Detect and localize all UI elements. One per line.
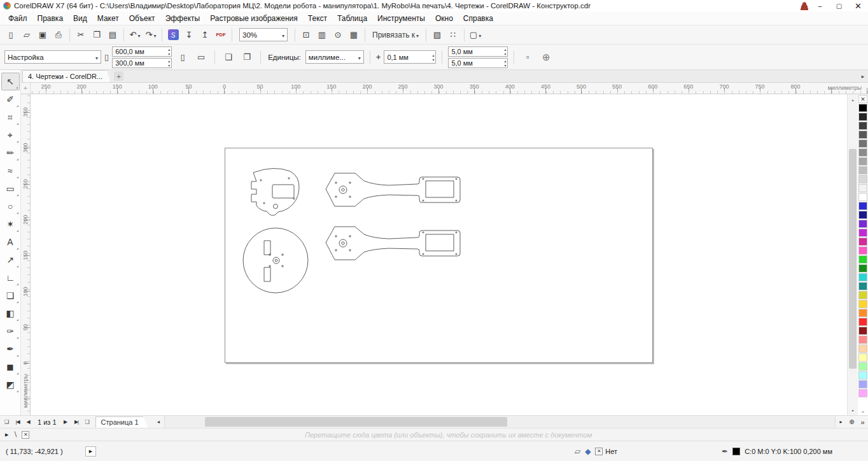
current-page-button[interactable] — [239, 50, 255, 64]
spinner[interactable] — [432, 53, 434, 62]
palette-swatch[interactable] — [858, 139, 867, 148]
maximize-button[interactable] — [831, 1, 847, 11]
palette-swatch[interactable] — [858, 362, 867, 371]
page-height-field[interactable]: 300,0 мм — [112, 58, 172, 68]
duplicate-x-field[interactable]: 5,0 мм — [448, 46, 508, 57]
scroll-down-button[interactable] — [848, 405, 858, 415]
toolbar-paste-button[interactable]: ▤ — [105, 27, 120, 42]
no-color-swatch[interactable]: ✕ — [858, 95, 867, 103]
text-tool[interactable]: А — [1, 233, 20, 251]
rectangle-tool[interactable]: ▭ — [1, 180, 20, 197]
scroll-up-button[interactable] — [848, 94, 858, 104]
fill-indicator[interactable]: Нет — [595, 448, 617, 455]
horizontal-scrollbar[interactable] — [153, 416, 846, 428]
fill-bucket-icon[interactable] — [585, 447, 591, 456]
toolbar-redo-button[interactable]: ↷ — [143, 27, 158, 42]
palette-swatch[interactable] — [858, 255, 867, 264]
palette-swatch[interactable] — [858, 229, 867, 237]
h-scroll-track[interactable] — [164, 416, 836, 428]
toolbar-print-button[interactable]: ⎙ — [51, 27, 66, 42]
user-account-icon[interactable] — [800, 2, 809, 10]
interactive-fill-tool[interactable]: ◩ — [1, 376, 20, 394]
vertical-scrollbar[interactable] — [847, 94, 858, 415]
toolbar-options-button[interactable]: ▧ — [430, 27, 445, 42]
palette-swatch[interactable] — [858, 273, 867, 281]
minimize-button[interactable] — [812, 1, 828, 11]
palette-swatch[interactable] — [858, 220, 867, 228]
ellipse-tool[interactable]: ○ — [1, 197, 20, 215]
shape-tool[interactable]: ✐ — [1, 90, 20, 108]
page-tab[interactable]: Страница 1 — [95, 416, 148, 428]
page-width-field[interactable]: 600,0 мм — [112, 46, 172, 57]
menu-item-Вид[interactable]: Вид — [68, 12, 92, 25]
v-scroll-track[interactable] — [849, 104, 857, 405]
palette-swatch[interactable] — [858, 104, 867, 112]
artistic-media-tool[interactable]: ≈ — [1, 162, 20, 180]
all-pages-button[interactable] — [221, 50, 236, 64]
palette-scroll-down-button[interactable] — [858, 406, 868, 415]
add-page-button[interactable] — [82, 416, 93, 428]
palette-swatch[interactable] — [858, 371, 867, 379]
nudge-offset-field[interactable]: 0,1 мм — [384, 50, 436, 64]
zoom-tool[interactable]: ⌖ — [1, 126, 20, 144]
toolbar-full-screen-preview-button[interactable]: ⊡ — [298, 27, 314, 42]
scroll-left-button[interactable] — [153, 416, 164, 428]
palette-swatch[interactable] — [858, 131, 867, 139]
scroll-right-button[interactable] — [836, 416, 846, 428]
page[interactable] — [225, 148, 653, 363]
palette-swatch[interactable] — [858, 157, 867, 166]
prev-page-button[interactable] — [23, 416, 34, 428]
menu-item-Инструменты[interactable]: Инструменты — [372, 12, 430, 25]
units-combo[interactable]: миллиме... — [305, 50, 364, 64]
drawing-canvas[interactable] — [31, 94, 847, 415]
palette-swatch[interactable] — [858, 389, 867, 397]
toolbar-cut-button[interactable]: ✂ — [73, 27, 88, 42]
toolbar-application-launcher-button[interactable]: ∷ — [445, 27, 461, 42]
palette-swatch[interactable] — [858, 246, 867, 255]
crop-tool[interactable]: ⌗ — [1, 108, 20, 126]
duplicate-y-field[interactable]: 5,0 мм — [448, 58, 508, 68]
landscape-button[interactable] — [193, 50, 209, 64]
toolbar-welcome-screen-button[interactable]: ▢ — [468, 27, 483, 42]
object-details-button[interactable] — [85, 446, 96, 457]
palette-swatch[interactable] — [858, 166, 867, 174]
portrait-button[interactable] — [175, 50, 190, 64]
toolbar-import-button[interactable]: ↧ — [181, 27, 197, 42]
palette-expander-button[interactable] — [5, 432, 8, 437]
menu-item-Справка[interactable]: Справка — [458, 12, 498, 25]
spinner[interactable] — [504, 59, 506, 67]
palette-swatch[interactable] — [858, 202, 867, 210]
snap-to-button[interactable]: Привязать к — [368, 27, 423, 42]
palette-swatch[interactable] — [858, 175, 867, 183]
palette-swatch[interactable] — [858, 380, 867, 388]
freehand-tool[interactable]: ✏ — [1, 144, 20, 162]
menu-item-Файл[interactable]: Файл — [3, 12, 32, 25]
fill-tool[interactable]: ◼ — [1, 358, 20, 376]
palette-swatch[interactable] — [858, 193, 867, 201]
palette-swatch[interactable] — [858, 122, 867, 130]
drop-shadow-tool[interactable]: ❏ — [1, 287, 20, 304]
next-page-button[interactable] — [60, 416, 71, 428]
color-eyedropper-tool[interactable]: ✑ — [1, 322, 20, 340]
palette-swatch[interactable] — [858, 238, 867, 246]
palette-swatch[interactable] — [858, 336, 867, 344]
add-tab-button[interactable]: + — [114, 71, 123, 81]
toolbar-export-button[interactable]: ↥ — [197, 27, 213, 42]
menu-item-Правка[interactable]: Правка — [32, 12, 69, 25]
palette-swatch[interactable] — [858, 327, 867, 335]
close-button[interactable] — [850, 1, 866, 11]
toolbar-publish-pdf-button[interactable]: PDF — [213, 27, 228, 42]
toolbar-open-button[interactable]: ▱ — [19, 27, 34, 42]
palette-swatch[interactable] — [858, 148, 867, 157]
page-flip-button[interactable] — [1, 416, 12, 428]
document-tab[interactable]: 4. Чертежи - CorelDR... — [22, 70, 111, 82]
spinner[interactable] — [504, 47, 506, 56]
menu-item-Макет[interactable]: Макет — [92, 12, 124, 25]
parallel-dimension-tool[interactable]: ↗ — [1, 251, 20, 269]
toolbar-save-button[interactable]: ▣ — [35, 27, 50, 42]
spinner[interactable] — [168, 59, 170, 67]
v-ruler[interactable]: миллиметры 350300250200150100500 — [21, 94, 31, 415]
proof-colors-icon[interactable] — [575, 447, 580, 456]
last-page-button[interactable] — [71, 416, 82, 428]
pick-tool[interactable]: ↖ — [1, 73, 20, 90]
